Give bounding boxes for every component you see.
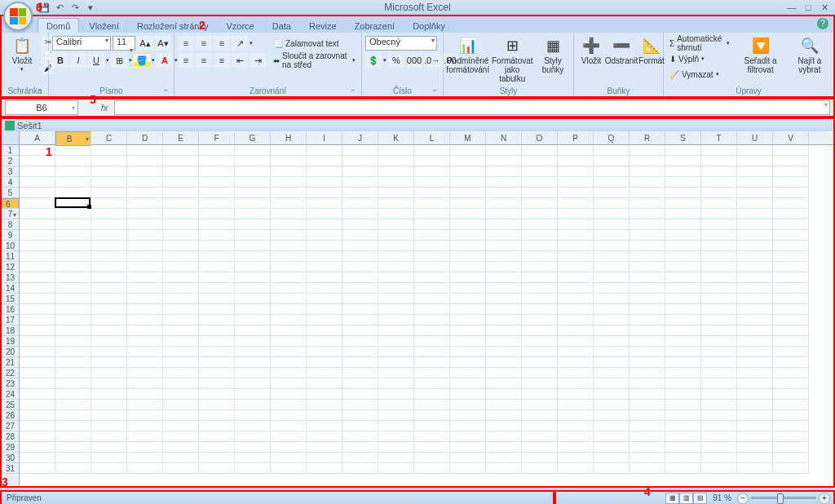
cell[interactable] bbox=[55, 156, 91, 166]
cell[interactable] bbox=[342, 294, 378, 304]
cell[interactable] bbox=[127, 156, 163, 166]
cell[interactable] bbox=[522, 453, 558, 463]
cell[interactable] bbox=[773, 389, 809, 400]
row-header-6[interactable]: 6 bbox=[2, 198, 19, 209]
cell[interactable] bbox=[737, 463, 773, 474]
cell[interactable] bbox=[522, 251, 558, 262]
row-header-24[interactable]: 24 bbox=[2, 389, 19, 400]
cell[interactable] bbox=[630, 272, 665, 283]
cell[interactable] bbox=[235, 378, 271, 389]
cell[interactable] bbox=[163, 230, 199, 241]
cell[interactable] bbox=[20, 442, 55, 453]
cell[interactable] bbox=[307, 347, 342, 357]
cell[interactable] bbox=[271, 219, 307, 230]
cell[interactable] bbox=[342, 241, 378, 251]
cell[interactable] bbox=[235, 283, 271, 294]
cell[interactable] bbox=[127, 166, 163, 177]
cell[interactable] bbox=[522, 368, 558, 378]
cell[interactable] bbox=[558, 400, 594, 410]
cell[interactable] bbox=[630, 453, 665, 463]
cell[interactable] bbox=[271, 347, 307, 357]
font-name-selector[interactable]: Calibri bbox=[52, 36, 111, 51]
row-header-8[interactable]: 8 bbox=[2, 219, 19, 230]
cell[interactable] bbox=[271, 400, 307, 410]
cell[interactable] bbox=[91, 294, 127, 304]
cell[interactable] bbox=[20, 378, 55, 389]
cell[interactable] bbox=[235, 198, 271, 209]
cell[interactable] bbox=[163, 463, 199, 474]
col-header-A[interactable]: A bbox=[20, 131, 55, 144]
cell[interactable] bbox=[522, 389, 558, 400]
cell[interactable] bbox=[450, 283, 486, 294]
cell[interactable] bbox=[378, 166, 414, 177]
cell[interactable] bbox=[342, 272, 378, 283]
cell[interactable] bbox=[55, 219, 91, 230]
cell[interactable] bbox=[414, 283, 450, 294]
cell[interactable] bbox=[91, 241, 127, 251]
cell[interactable] bbox=[450, 145, 486, 156]
cell[interactable] bbox=[378, 156, 414, 166]
cell[interactable] bbox=[55, 442, 91, 453]
cell[interactable] bbox=[414, 188, 450, 198]
cell[interactable] bbox=[737, 241, 773, 251]
col-header-B[interactable]: B bbox=[55, 131, 91, 146]
col-header-C[interactable]: C bbox=[91, 131, 127, 144]
cell[interactable] bbox=[55, 230, 91, 241]
cell[interactable] bbox=[127, 177, 163, 188]
cell[interactable] bbox=[163, 198, 199, 209]
cell[interactable] bbox=[486, 188, 522, 198]
cell[interactable] bbox=[235, 463, 271, 474]
wrap-text-button[interactable]: 📃 Zalamovat text bbox=[271, 36, 358, 51]
cell[interactable] bbox=[235, 262, 271, 272]
col-header-V[interactable]: V bbox=[773, 131, 809, 144]
cell[interactable] bbox=[737, 378, 773, 389]
cell[interactable] bbox=[91, 357, 127, 368]
cell[interactable] bbox=[594, 198, 630, 209]
cell[interactable] bbox=[342, 336, 378, 347]
cell[interactable] bbox=[665, 368, 701, 378]
cell[interactable] bbox=[486, 294, 522, 304]
cell[interactable] bbox=[127, 283, 163, 294]
autosum-button[interactable]: ΣAutomatické shrnutí▾ bbox=[667, 36, 732, 51]
cell[interactable] bbox=[773, 283, 809, 294]
find-select-button[interactable]: 🔍 Najít a vybrat bbox=[789, 34, 830, 76]
cell[interactable] bbox=[630, 325, 665, 336]
cell[interactable] bbox=[701, 410, 737, 421]
col-header-P[interactable]: P bbox=[558, 131, 594, 144]
cell[interactable] bbox=[594, 241, 630, 251]
cell[interactable] bbox=[199, 230, 235, 241]
row-header-3[interactable]: 3 bbox=[2, 166, 19, 177]
cell[interactable] bbox=[307, 325, 342, 336]
cell[interactable] bbox=[199, 294, 235, 304]
row-header-1[interactable]: 1 bbox=[2, 145, 19, 156]
cell[interactable] bbox=[665, 198, 701, 209]
cell[interactable] bbox=[594, 283, 630, 294]
cell[interactable] bbox=[630, 442, 665, 453]
cell[interactable] bbox=[235, 188, 271, 198]
cell[interactable] bbox=[342, 177, 378, 188]
border-button[interactable]: ⊞ bbox=[111, 53, 127, 68]
cell[interactable] bbox=[307, 315, 342, 325]
align-middle-button[interactable]: ≡ bbox=[196, 36, 212, 51]
cell[interactable] bbox=[522, 188, 558, 198]
cell[interactable] bbox=[91, 272, 127, 283]
cell[interactable] bbox=[271, 442, 307, 453]
cell[interactable] bbox=[594, 453, 630, 463]
cell[interactable] bbox=[701, 219, 737, 230]
cell[interactable] bbox=[307, 145, 342, 156]
row-header-13[interactable]: 13 bbox=[2, 272, 19, 283]
cell[interactable] bbox=[486, 145, 522, 156]
cell[interactable] bbox=[701, 378, 737, 389]
cell[interactable] bbox=[163, 241, 199, 251]
cell[interactable] bbox=[378, 283, 414, 294]
cell[interactable] bbox=[486, 442, 522, 453]
fx-icon[interactable]: fx bbox=[95, 103, 114, 113]
cell[interactable] bbox=[55, 177, 91, 188]
cell[interactable] bbox=[55, 198, 91, 209]
cell[interactable] bbox=[91, 421, 127, 431]
cell[interactable] bbox=[737, 188, 773, 198]
cell[interactable] bbox=[91, 230, 127, 241]
cell[interactable] bbox=[55, 389, 91, 400]
cell[interactable] bbox=[378, 442, 414, 453]
cell[interactable] bbox=[55, 272, 91, 283]
